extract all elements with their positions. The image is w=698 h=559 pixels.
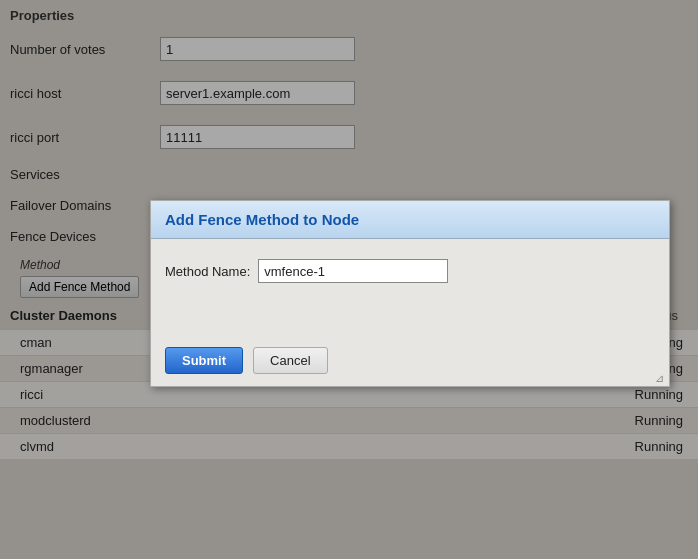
modal-body: Method Name: (151, 239, 669, 339)
cancel-button[interactable]: Cancel (253, 347, 327, 374)
submit-button[interactable]: Submit (165, 347, 243, 374)
method-name-label: Method Name: (165, 264, 250, 279)
modal-header: Add Fence Method to Node (151, 201, 669, 239)
modal-footer: Submit Cancel (151, 339, 669, 386)
method-name-input[interactable] (258, 259, 448, 283)
method-name-row: Method Name: (165, 259, 655, 283)
resize-handle[interactable]: ⊿ (655, 372, 667, 384)
add-fence-method-dialog: Add Fence Method to Node Method Name: Su… (150, 200, 670, 387)
modal-title: Add Fence Method to Node (165, 211, 655, 228)
